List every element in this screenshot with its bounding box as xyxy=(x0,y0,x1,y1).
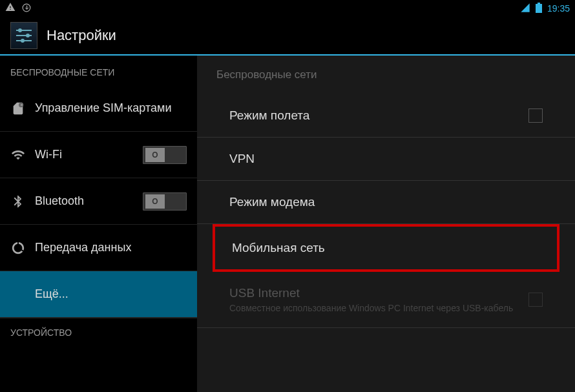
main-item-airplane[interactable]: Режим полета xyxy=(197,94,575,138)
toggle-thumb: O xyxy=(145,148,165,162)
svg-rect-1 xyxy=(538,3,540,4)
main-item-vpn[interactable]: VPN xyxy=(197,138,575,181)
data-usage-icon xyxy=(10,240,26,256)
svg-point-4 xyxy=(18,28,22,32)
sidebar-item-label: Управление SIM-картами xyxy=(35,101,187,115)
main-item-content: USB Internet Совместное использование Wi… xyxy=(229,286,513,313)
sidebar-section-wireless: БЕСПРОВОДНЫЕ СЕТИ xyxy=(0,56,197,85)
main-section-header: Беспроводные сети xyxy=(197,68,575,94)
sim-icon xyxy=(10,101,26,116)
sidebar-item-label: Передача данных xyxy=(35,241,187,254)
content-area: БЕСПРОВОДНЫЕ СЕТИ Управление SIM-картами… xyxy=(0,56,575,392)
main-item-label: Режим модема xyxy=(229,195,315,209)
sidebar-item-label: Wi-Fi xyxy=(35,148,134,161)
bluetooth-toggle[interactable]: O xyxy=(143,192,187,211)
sidebar-item-sim[interactable]: Управление SIM-картами xyxy=(0,85,197,132)
main-item-sublabel: Совместное использование Windows PC Inte… xyxy=(229,303,513,313)
signal-icon xyxy=(520,3,530,15)
sidebar-section-device: УСТРОЙСТВО xyxy=(0,318,197,343)
wifi-icon xyxy=(10,147,26,163)
toggle-thumb: O xyxy=(145,194,165,209)
main-panel: Беспроводные сети Режим полета VPN Режим… xyxy=(197,56,575,392)
main-item-usb: USB Internet Совместное использование Wi… xyxy=(197,272,575,328)
svg-rect-2 xyxy=(536,4,542,13)
svg-point-8 xyxy=(21,39,25,43)
download-icon xyxy=(22,3,31,14)
airplane-checkbox[interactable] xyxy=(528,108,543,123)
status-right: 19:35 xyxy=(520,3,570,15)
sidebar: БЕСПРОВОДНЫЕ СЕТИ Управление SIM-картами… xyxy=(0,56,197,392)
status-left xyxy=(5,2,31,15)
usb-checkbox xyxy=(528,293,543,307)
sidebar-item-label: Ещё... xyxy=(35,287,187,301)
status-time: 19:35 xyxy=(547,3,570,14)
main-item-label: USB Internet xyxy=(229,286,513,300)
sidebar-item-wifi[interactable]: Wi-Fi O xyxy=(0,132,197,178)
warning-icon xyxy=(5,2,16,15)
status-bar: 19:35 xyxy=(0,0,575,17)
settings-icon xyxy=(10,22,37,49)
more-spacer xyxy=(10,287,26,302)
page-title: Настройки xyxy=(47,27,116,44)
sidebar-item-data[interactable]: Передача данных xyxy=(0,225,197,271)
main-item-tether[interactable]: Режим модема xyxy=(197,181,575,224)
sidebar-item-bluetooth[interactable]: Bluetooth O xyxy=(0,178,197,225)
app-header: Настройки xyxy=(0,17,575,56)
main-item-label: Мобильная сеть xyxy=(232,241,325,255)
main-item-label: Режим полета xyxy=(229,108,309,123)
battery-icon xyxy=(536,3,542,15)
sidebar-item-more[interactable]: Ещё... xyxy=(0,271,197,318)
svg-point-6 xyxy=(26,34,30,37)
sidebar-item-label: Bluetooth xyxy=(35,194,134,208)
main-item-label: VPN xyxy=(229,152,255,166)
bluetooth-icon xyxy=(10,194,26,209)
main-item-mobile[interactable]: Мобильная сеть xyxy=(213,224,559,272)
wifi-toggle[interactable]: O xyxy=(143,146,187,164)
